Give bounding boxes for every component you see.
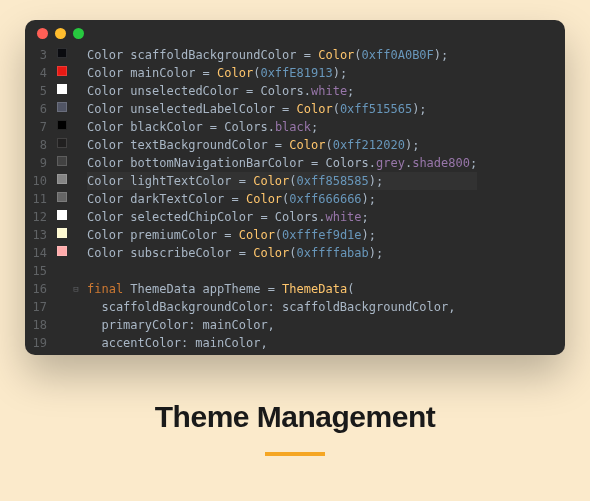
line-number: 12 xyxy=(25,208,47,226)
window-titlebar xyxy=(25,20,565,46)
title-section: Theme Management xyxy=(155,400,435,456)
code-line: Color blackColor = Colors.black; xyxy=(87,118,477,136)
line-number: 6 xyxy=(25,100,47,118)
line-number: 9 xyxy=(25,154,47,172)
code-editor: 345678910111213141516171819 ⊟ Color scaf… xyxy=(25,20,565,355)
line-number: 15 xyxy=(25,262,47,280)
color-swatch xyxy=(57,156,67,166)
fold-icon xyxy=(69,334,83,352)
fold-icon xyxy=(69,154,83,172)
fold-icon xyxy=(69,172,83,190)
fold-icon xyxy=(69,226,83,244)
color-swatch xyxy=(57,48,67,58)
fold-icon xyxy=(69,82,83,100)
code-line: Color lightTextColor = Color(0xff858585)… xyxy=(87,172,477,190)
line-number: 11 xyxy=(25,190,47,208)
minimize-icon[interactable] xyxy=(55,28,66,39)
code-line xyxy=(87,262,477,280)
code-line: Color unselectedLabelColor = Color(0xff5… xyxy=(87,100,477,118)
code-line: Color textBackgroundColor = Color(0xff21… xyxy=(87,136,477,154)
line-number: 19 xyxy=(25,334,47,352)
line-number-gutter: 345678910111213141516171819 xyxy=(25,46,55,355)
close-icon[interactable] xyxy=(37,28,48,39)
color-swatch xyxy=(57,174,67,184)
color-swatch xyxy=(57,102,67,112)
code-line: Color darkTextColor = Color(0xff666666); xyxy=(87,190,477,208)
color-swatch xyxy=(57,228,67,238)
code-line: Color premiumColor = Color(0xfffef9d1e); xyxy=(87,226,477,244)
code-line: Color mainColor = Color(0xffE81913); xyxy=(87,64,477,82)
color-swatch xyxy=(57,264,67,274)
fold-gutter: ⊟ xyxy=(69,46,83,355)
line-number: 5 xyxy=(25,82,47,100)
line-number: 14 xyxy=(25,244,47,262)
color-swatch xyxy=(57,138,67,148)
fold-icon xyxy=(69,244,83,262)
fold-icon[interactable]: ⊟ xyxy=(69,280,83,298)
line-number: 16 xyxy=(25,280,47,298)
line-number: 3 xyxy=(25,46,47,64)
color-swatch xyxy=(57,318,67,328)
color-swatch xyxy=(57,246,67,256)
fold-icon xyxy=(69,262,83,280)
line-number: 13 xyxy=(25,226,47,244)
fold-icon xyxy=(69,100,83,118)
maximize-icon[interactable] xyxy=(73,28,84,39)
line-number: 10 xyxy=(25,172,47,190)
line-number: 7 xyxy=(25,118,47,136)
page-title: Theme Management xyxy=(155,400,435,434)
code-line: primaryColor: mainColor, xyxy=(87,316,477,334)
color-swatch xyxy=(57,300,67,310)
code-line: Color selectedChipColor = Colors.white; xyxy=(87,208,477,226)
code-line: Color bottomNavigationBarColor = Colors.… xyxy=(87,154,477,172)
fold-icon xyxy=(69,316,83,334)
code-line: accentColor: mainColor, xyxy=(87,334,477,352)
line-number: 18 xyxy=(25,316,47,334)
color-swatch xyxy=(57,84,67,94)
code-line: final ThemeData appTheme = ThemeData( xyxy=(87,280,477,298)
color-swatch xyxy=(57,120,67,130)
code-line: Color scaffoldBackgroundColor = Color(0x… xyxy=(87,46,477,64)
fold-icon xyxy=(69,298,83,316)
code-area: 345678910111213141516171819 ⊟ Color scaf… xyxy=(25,46,565,355)
code-line: Color unselectedColor = Colors.white; xyxy=(87,82,477,100)
fold-icon xyxy=(69,136,83,154)
code-line: scaffoldBackgroundColor: scaffoldBackgro… xyxy=(87,298,477,316)
line-number: 17 xyxy=(25,298,47,316)
line-number: 4 xyxy=(25,64,47,82)
color-swatch xyxy=(57,210,67,220)
color-swatch xyxy=(57,282,67,292)
fold-icon xyxy=(69,118,83,136)
color-swatch xyxy=(57,336,67,346)
fold-icon xyxy=(69,208,83,226)
fold-icon xyxy=(69,64,83,82)
code-lines[interactable]: Color scaffoldBackgroundColor = Color(0x… xyxy=(83,46,477,355)
color-swatch xyxy=(57,66,67,76)
fold-icon xyxy=(69,190,83,208)
code-line: Color subscribeColor = Color(0xffffabab)… xyxy=(87,244,477,262)
color-swatch-gutter xyxy=(55,46,69,355)
title-underline xyxy=(265,452,325,456)
line-number: 8 xyxy=(25,136,47,154)
color-swatch xyxy=(57,192,67,202)
fold-icon xyxy=(69,46,83,64)
